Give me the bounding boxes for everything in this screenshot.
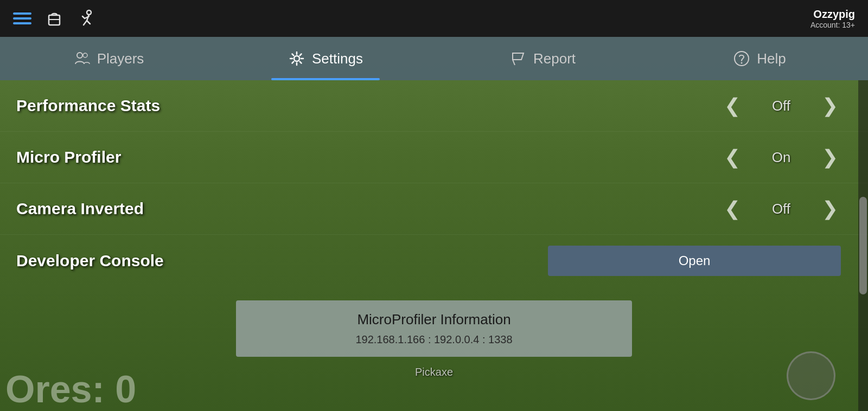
micro-profiler-value: On xyxy=(760,149,803,166)
microprofiler-ip: 192.168.1.166 : 192.0.0.4 : 1338 xyxy=(252,333,616,346)
settings-row-developer-console: Developer Console Open xyxy=(0,235,868,286)
microprofiler-title: MicroProfiler Information xyxy=(252,311,616,328)
micro-profiler-label: Micro Profiler xyxy=(16,148,353,166)
camera-inverted-value: Off xyxy=(760,201,803,217)
developer-console-open-button[interactable]: Open xyxy=(548,246,841,276)
camera-inverted-control: ❮ Off ❯ xyxy=(722,197,841,220)
svg-point-4 xyxy=(83,53,87,57)
joystick[interactable] xyxy=(787,351,835,400)
username: Ozzypig xyxy=(810,8,855,21)
account-info: Account: 13+ xyxy=(810,21,855,29)
pickaxe-label: Pickaxe xyxy=(415,366,453,378)
report-icon xyxy=(509,50,527,67)
players-icon xyxy=(73,50,91,67)
menu-button[interactable] xyxy=(13,12,31,24)
settings-row-camera: Camera Inverted ❮ Off ❯ xyxy=(0,183,868,235)
tab-navigation: Players Settings Report Help xyxy=(0,37,868,80)
bag-icon[interactable] xyxy=(44,9,64,28)
svg-point-8 xyxy=(741,62,743,64)
tab-players[interactable]: Players xyxy=(0,37,217,80)
micro-profiler-control: ❮ On ❯ xyxy=(722,146,841,169)
performance-stats-control: ❮ Off ❯ xyxy=(722,94,841,117)
main-content: Performance Stats ❮ Off ❯ Micro Profiler… xyxy=(0,80,868,411)
help-icon xyxy=(733,50,750,67)
svg-point-5 xyxy=(294,56,299,61)
tab-report-label: Report xyxy=(533,50,576,67)
performance-stats-left-arrow[interactable]: ❮ xyxy=(722,94,743,117)
tab-settings-label: Settings xyxy=(312,50,363,67)
micro-profiler-right-arrow[interactable]: ❯ xyxy=(819,146,841,169)
developer-console-label: Developer Console xyxy=(16,252,353,270)
scrollbar-thumb[interactable] xyxy=(859,197,867,294)
tab-settings[interactable]: Settings xyxy=(217,37,434,80)
settings-row-microprofiler: Micro Profiler ❮ On ❯ xyxy=(0,132,868,183)
performance-stats-label: Performance Stats xyxy=(16,97,353,115)
tab-help-label: Help xyxy=(757,50,786,67)
settings-icon xyxy=(288,50,305,67)
microprofiler-panel: MicroProfiler Information 192.168.1.166 … xyxy=(236,300,632,357)
tab-report[interactable]: Report xyxy=(434,37,651,80)
performance-stats-right-arrow[interactable]: ❯ xyxy=(819,94,841,117)
top-bar: Ozzypig Account: 13+ xyxy=(0,0,868,37)
user-info: Ozzypig Account: 13+ xyxy=(810,8,855,29)
camera-inverted-left-arrow[interactable]: ❮ xyxy=(722,197,743,220)
micro-profiler-left-arrow[interactable]: ❮ xyxy=(722,146,743,169)
svg-point-3 xyxy=(77,53,82,58)
character-icon[interactable] xyxy=(77,9,97,28)
ores-counter: Ores: 0 xyxy=(0,368,147,411)
camera-inverted-right-arrow[interactable]: ❯ xyxy=(819,197,841,220)
camera-inverted-label: Camera Inverted xyxy=(16,200,353,218)
tab-players-label: Players xyxy=(97,50,144,67)
top-bar-left xyxy=(13,9,97,28)
scrollbar[interactable] xyxy=(858,80,868,411)
settings-row-performance: Performance Stats ❮ Off ❯ xyxy=(0,80,868,132)
performance-stats-value: Off xyxy=(760,98,803,114)
svg-line-6 xyxy=(513,60,515,65)
tab-help[interactable]: Help xyxy=(651,37,868,80)
